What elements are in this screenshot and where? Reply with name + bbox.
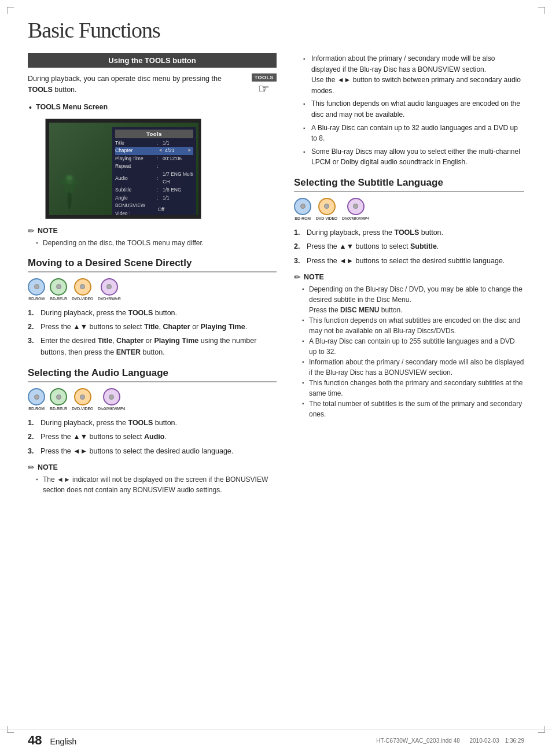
tools-menu-row-audio: Audio:1/7 ENG Multi CH: [115, 171, 193, 186]
tools-button-image: TOOLS ☞: [252, 73, 277, 95]
audio-disc-divx-circle: [103, 388, 120, 405]
subtitle-disc-bd-rom-circle: [294, 198, 311, 215]
audio-step-text-3: Press the ◄► buttons to select the desir…: [41, 446, 233, 457]
footer-time: 1:36:29: [505, 737, 524, 744]
disc-dvd-video-label: DVD-VIDEO: [72, 297, 93, 301]
footer-left: 48 English: [28, 733, 76, 748]
subtitle-disc-divx: DivX/MKV/MP4: [342, 198, 369, 220]
moving-step-3: 3. Enter the desired Title, Chapter or P…: [28, 335, 277, 358]
page: Basic Functions Using the TOOLS button D…: [0, 0, 552, 756]
subtitle-step-text-2: Press the ▲▼ buttons to select Subtitle.: [307, 241, 439, 252]
subtitle-note-pencil-icon: ✏: [294, 272, 301, 282]
subtitle-step-num-3: 3.: [294, 256, 303, 267]
tools-note-items: Depending on the disc, the TOOLS menu ma…: [28, 238, 277, 248]
tools-menu-overlay: Tools Title:1/1 Chapter◄4/21► Playing Ti…: [112, 127, 196, 215]
moving-step-1: 1. During playback, press the TOOLS butt…: [28, 308, 277, 319]
tools-menu-image: Tools Title:1/1 Chapter◄4/21► Playing Ti…: [49, 123, 198, 215]
step-num-2: 2.: [28, 322, 37, 333]
tools-menu-container: Tools Title:1/1 Chapter◄4/21► Playing Ti…: [45, 119, 201, 219]
audio-note-pencil-icon: ✏: [28, 463, 35, 472]
subtitle-disc-bd-rom-label: BD-ROM: [295, 216, 311, 220]
disc-bd-rom-circle: [28, 278, 45, 296]
tools-note-item-1: Depending on the disc, the TOOLS menu ma…: [36, 238, 277, 248]
subtitle-disc-dvd-video-circle: [318, 198, 336, 215]
note-title: NOTE: [38, 227, 58, 235]
subtitle-disc-divx-circle: [347, 198, 365, 215]
disc-bd-rer-label: BD-RE/-R: [50, 297, 67, 301]
flower-decoration: [54, 169, 86, 209]
disc-icon-bd-rer: BD-RE/-R: [50, 278, 67, 301]
audio-disc-icons: BD-ROM BD-RE/-R DVD-VIDEO DivX/MKV/MP4: [28, 388, 277, 411]
subtitle-note-item-3: A Blu-ray Disc can contain up to 255 sub…: [302, 336, 524, 357]
subtitle-steps: 1. During playback, press the TOOLS butt…: [294, 227, 524, 267]
corner-mark-tr: [538, 7, 545, 14]
audio-right-notes: Information about the primary / secondar…: [294, 53, 524, 168]
subtitle-disc-divx-label: DivX/MKV/MP4: [342, 216, 369, 220]
svg-point-5: [67, 175, 72, 180]
audio-step-num-2: 2.: [28, 432, 37, 442]
left-column: Using the TOOLS button During playback, …: [28, 53, 277, 503]
corner-mark-tl: [7, 7, 14, 14]
footer-right: HT-C6730W_XAC_0203.indd 48 2010-02-03 1:…: [376, 736, 524, 744]
page-footer: 48 English HT-C6730W_XAC_0203.indd 48 20…: [0, 729, 552, 748]
audio-disc-bd-rer-label: BD-RE/-R: [50, 407, 67, 411]
page-language: English: [50, 737, 76, 746]
audio-disc-dvd-video: DVD-VIDEO: [72, 388, 93, 411]
section-heading-audio: Selecting the Audio Language: [28, 367, 277, 382]
audio-disc-divx-label: DivX/MKV/MP4: [98, 407, 125, 411]
subtitle-step-text-1: During playback, press the TOOLS button.: [307, 227, 443, 238]
audio-step-text-1: During playback, press the TOOLS button.: [41, 418, 177, 429]
subtitle-note-item-1: Depending on the Blu-ray Disc / DVD, you…: [302, 284, 524, 315]
subtitle-step-3: 3. Press the ◄► buttons to select the de…: [294, 256, 524, 267]
audio-note-items: The ◄► indicator will not be displayed o…: [28, 474, 277, 495]
footer-filename: HT-C6730W_XAC_0203.indd 48: [376, 737, 460, 744]
tools-menu-row-angle: Angle:1/1: [115, 194, 193, 202]
disc-dvd-rw-circle: [101, 278, 118, 296]
subtitle-step-num-2: 2.: [294, 241, 303, 252]
section-heading-moving: Moving to a Desired Scene Directly: [28, 257, 277, 272]
tools-menu-row-bonusview-video: BONUSVIEW Video :Off: [115, 202, 193, 215]
tools-note-header: ✏ NOTE: [28, 226, 277, 235]
audio-right-note-3: A Blu-ray Disc can contain up to 32 audi…: [303, 123, 524, 144]
tools-menu-row-repeat: Repeat:: [115, 163, 193, 171]
subtitle-disc-dvd-video: DVD-VIDEO: [316, 198, 337, 220]
right-column: Information about the primary / secondar…: [294, 53, 524, 503]
subtitle-note-item-4: Information about the primary / secondar…: [302, 357, 524, 378]
main-content: Using the TOOLS button During playback, …: [28, 53, 524, 503]
audio-disc-divx: DivX/MKV/MP4: [98, 388, 125, 411]
subtitle-disc-bd-rom: BD-ROM: [294, 198, 311, 220]
section-bar-tools: Using the TOOLS button: [28, 53, 277, 68]
step-text-3: Enter the desired Title, Chapter or Play…: [41, 335, 277, 358]
audio-note-item-1: The ◄► indicator will not be displayed o…: [36, 474, 277, 495]
subtitle-step-num-1: 1.: [294, 227, 303, 238]
tools-menu-row-title: Title:1/1: [115, 139, 193, 147]
footer-date: 2010-02-03: [469, 737, 499, 744]
subtitle-step-2: 2. Press the ▲▼ buttons to select Subtit…: [294, 241, 524, 252]
tools-btn-label: TOOLS: [252, 73, 277, 82]
audio-step-text-2: Press the ▲▼ buttons to select Audio.: [41, 432, 167, 442]
subtitle-note-items: Depending on the Blu-ray Disc / DVD, you…: [294, 284, 524, 419]
audio-note-header: ✏ NOTE: [28, 463, 277, 472]
tools-menu-row-playing-time: Playing Time:00:12:06: [115, 155, 193, 163]
disc-icon-dvd-video: DVD-VIDEO: [72, 278, 93, 301]
audio-disc-bd-rom: BD-ROM: [28, 388, 45, 411]
audio-step-1: 1. During playback, press the TOOLS butt…: [28, 418, 277, 429]
subtitle-step-1: 1. During playback, press the TOOLS butt…: [294, 227, 524, 238]
disc-bd-rom-label: BD-ROM: [28, 297, 45, 301]
page-title: Basic Functions: [28, 17, 524, 43]
subtitle-note-item-2: This function depends on what subtitles …: [302, 315, 524, 336]
subtitle-disc-dvd-video-label: DVD-VIDEO: [316, 216, 337, 220]
tools-menu-screen-label-list: TOOLS Menu Screen: [28, 102, 277, 113]
subtitle-disc-icons: BD-ROM DVD-VIDEO DivX/MKV/MP4: [294, 198, 524, 220]
disc-dvd-rw-label: DVD+RW/±R: [98, 297, 120, 301]
subtitle-note-item-6: The total number of subtitles is the sum…: [302, 399, 524, 419]
disc-dvd-video-circle: [74, 278, 91, 296]
step-num-3: 3.: [28, 335, 37, 346]
disc-icon-dvd-rw: DVD+RW/±R: [98, 278, 120, 301]
audio-step-2: 2. Press the ▲▼ buttons to select Audio.: [28, 432, 277, 442]
subtitle-note-header: ✏ NOTE: [294, 272, 524, 282]
audio-disc-bd-rer-circle: [50, 388, 67, 405]
disc-bd-rer-circle: [50, 278, 67, 296]
audio-note-title: NOTE: [38, 463, 58, 471]
tools-menu-row-subtitle: Subtitle:1/6 ENG: [115, 186, 193, 194]
